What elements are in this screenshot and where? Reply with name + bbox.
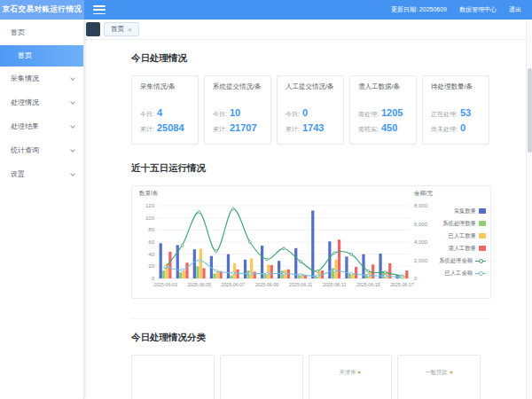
point-系统处理金额[interactable] (283, 247, 286, 250)
point-已人工金额[interactable] (317, 275, 319, 278)
right-axis-tick: 0 (414, 276, 418, 281)
bar-已人工数量[interactable] (334, 260, 337, 278)
bar-系统处理数量[interactable] (213, 274, 215, 278)
point-系统处理金额[interactable] (231, 207, 234, 210)
bar-系统处理数量[interactable] (162, 270, 165, 278)
point-已人工金额[interactable] (333, 270, 336, 272)
bar-需人工数量[interactable] (168, 252, 171, 278)
point-已人工金额[interactable] (248, 272, 251, 275)
point-系统处理金额[interactable] (248, 241, 251, 244)
sidebar-item-label: 处理情况 (11, 98, 39, 107)
legend-item-已人工金额[interactable]: 已人工金额 (437, 270, 486, 278)
sidebar-item-4[interactable]: 设置 (0, 162, 83, 186)
sidebar-item-0[interactable]: 采集情况 (0, 66, 83, 90)
point-已人工金额[interactable] (181, 269, 184, 271)
sidebar-collapse-button[interactable] (86, 22, 100, 36)
bar-需人工数量[interactable] (405, 270, 408, 278)
x-axis-label: 2025-06-11 (289, 282, 312, 287)
legend-item-系统处理金额[interactable]: 系统处理金额 (437, 257, 486, 265)
logout-link[interactable]: 退出 (509, 5, 521, 14)
bar-采集数量[interactable] (160, 243, 162, 278)
point-已人工金额[interactable] (266, 272, 269, 275)
classify-card-2: 天津市 (309, 355, 392, 399)
point-系统处理金额[interactable] (198, 211, 200, 214)
point-已人工金额[interactable] (164, 265, 167, 268)
classify-card-0 (131, 355, 215, 399)
scrollbar-thumb[interactable] (528, 68, 532, 153)
bar-系统处理数量[interactable] (179, 272, 182, 278)
sidebar-item-1[interactable]: 处理情况 (0, 90, 83, 114)
sidebar-item-2[interactable]: 处理结果 (0, 114, 83, 138)
tab-home[interactable]: 首页 × (104, 22, 139, 36)
left-axis-tick: 40 (148, 252, 154, 257)
stat-label: 尚未处理: (431, 125, 458, 134)
bar-需人工数量[interactable] (355, 267, 357, 278)
point-已人工金额[interactable] (367, 274, 370, 277)
point-系统处理金额[interactable] (181, 244, 184, 246)
classify-card-filter[interactable]: 一般贷款 (398, 369, 480, 377)
point-已人工金额[interactable] (384, 275, 387, 278)
point-系统处理金额[interactable] (300, 261, 302, 263)
sidebar-item-3[interactable]: 统计查询 (0, 138, 83, 162)
point-已人工金额[interactable] (401, 276, 403, 278)
classify-cards-row: 天津市一般贷款 (131, 355, 489, 399)
chevron-down-icon (70, 99, 75, 105)
point-系统处理金额[interactable] (367, 270, 370, 272)
bar-需人工数量[interactable] (372, 264, 374, 278)
point-已人工金额[interactable] (231, 271, 234, 274)
hamburger-menu-icon[interactable] (93, 5, 106, 14)
legend-item-需人工数量[interactable]: 需人工数量 (437, 245, 486, 253)
stat-value: 53 (460, 107, 471, 118)
chart-legend: 采集数量系统处理数量已人工数量需人工数量系统处理金额已人工金额 (437, 186, 490, 298)
legend-label: 已人工数量 (449, 232, 476, 240)
stat-label: 累计: (213, 125, 227, 134)
point-已人工金额[interactable] (198, 259, 200, 262)
fifteen-day-chart: 数量/条金额/元02040608010012002,0004,0006,0008… (131, 185, 491, 299)
point-系统处理金额[interactable] (215, 250, 217, 253)
point-系统处理金额[interactable] (266, 258, 269, 261)
bar-需人工数量[interactable] (237, 270, 239, 278)
bar-已人工数量[interactable] (250, 258, 253, 278)
point-已人工金额[interactable] (350, 272, 353, 275)
point-已人工金额[interactable] (215, 270, 217, 272)
bar-采集数量[interactable] (227, 254, 230, 278)
sidebar-item-home-active[interactable]: 首页 (0, 45, 83, 66)
stat-card-row: 今日:4 (140, 107, 190, 119)
point-系统处理金额[interactable] (350, 253, 353, 255)
sidebar-group-home[interactable]: 首页 (0, 20, 83, 45)
bar-采集数量[interactable] (193, 249, 196, 278)
point-已人工金额[interactable] (300, 274, 302, 277)
bar-已人工数量[interactable] (183, 270, 185, 278)
bar-需人工数量[interactable] (254, 271, 256, 278)
data-center-link[interactable]: 数据管理中心 (459, 5, 497, 14)
bar-采集数量[interactable] (278, 261, 280, 278)
bar-采集数量[interactable] (328, 241, 331, 278)
tab-close-icon[interactable]: × (128, 26, 132, 34)
point-系统处理金额[interactable] (317, 270, 319, 272)
classify-card-filter[interactable]: 天津市 (309, 369, 391, 377)
legend-item-采集数量[interactable]: 采集数量 (437, 207, 486, 215)
bar-已人工数量[interactable] (267, 264, 270, 278)
stat-label: 今日: (140, 110, 154, 119)
stat-card-3: 需人工数据/条需处理:1205需核实:450 (349, 75, 417, 145)
content-scrollbar[interactable] (526, 20, 532, 399)
point-系统处理金额[interactable] (384, 271, 387, 274)
bar-采集数量[interactable] (311, 210, 314, 278)
bar-已人工数量[interactable] (233, 263, 236, 278)
bar-采集数量[interactable] (345, 256, 348, 278)
bar-系统处理数量[interactable] (196, 266, 199, 278)
bar-已人工数量[interactable] (200, 249, 202, 278)
bar-需人工数量[interactable] (202, 268, 205, 278)
point-已人工金额[interactable] (283, 272, 286, 275)
bar-采集数量[interactable] (244, 260, 246, 278)
stat-label: 今日: (213, 110, 227, 119)
bar-已人工数量[interactable] (216, 271, 219, 278)
bar-需人工数量[interactable] (185, 262, 188, 278)
point-系统处理金额[interactable] (333, 252, 336, 254)
bar-采集数量[interactable] (379, 254, 381, 278)
legend-item-系统处理数量[interactable]: 系统处理数量 (437, 220, 486, 228)
bar-需人工数量[interactable] (270, 265, 273, 278)
bar-需人工数量[interactable] (338, 239, 340, 278)
legend-item-已人工数量[interactable]: 已人工数量 (437, 232, 486, 240)
bar-系统处理数量[interactable] (230, 276, 232, 278)
